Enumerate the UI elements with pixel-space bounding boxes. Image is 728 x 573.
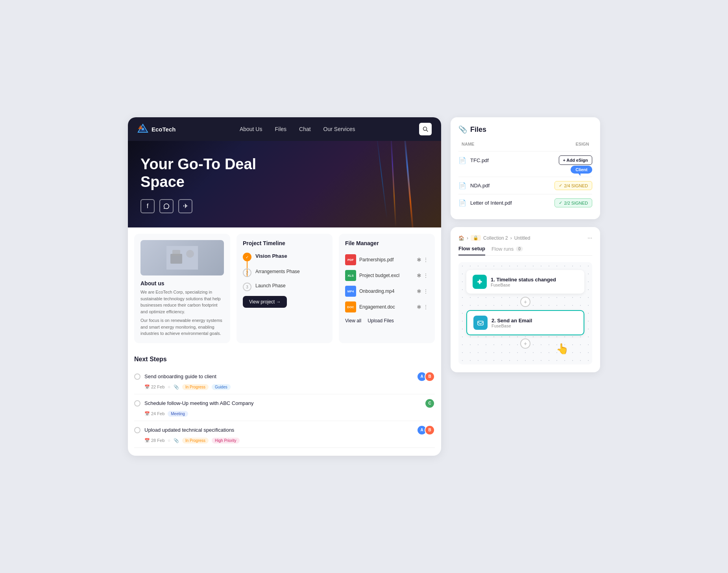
upload-files-link[interactable]: Upload Files: [368, 318, 394, 323]
whatsapp-icon[interactable]: [159, 199, 174, 213]
facebook-icon[interactable]: f: [140, 199, 155, 213]
nav-services[interactable]: Our Services: [323, 126, 355, 132]
breadcrumb-separator-1: ›: [467, 235, 468, 241]
timeline-card: Project Timeline Vision Phase 2 Arrangem…: [237, 234, 333, 343]
about-card: About us We are EcoTech Corp, specializi…: [134, 234, 230, 343]
flow-plus-2[interactable]: +: [520, 338, 530, 349]
task-row-3: Upload updated technical specifications …: [134, 425, 435, 435]
svg-rect-12: [478, 321, 483, 325]
timeline-dot-2: 2: [243, 268, 251, 277]
task-meta-1: 📅 22 Feb ○ 📎 In Progress Guides: [134, 384, 435, 390]
files-table-header: NAME ESIGN: [458, 140, 592, 148]
view-all-link[interactable]: View all: [345, 318, 361, 323]
timeline-label-3: Launch Phase: [255, 282, 286, 288]
flow-body: 1. Timeline status changed FuseBase + 2.…: [458, 262, 592, 364]
file-row-nda: 📄 NDA.pdf ✓ 2/4 SIGNED: [458, 177, 592, 194]
file-manager-card: File Manager PDF Partnerships.pdf ✱ ⋮ XL…: [339, 234, 435, 343]
task-item-1: Send onboarding guide to client A B 📅 22…: [134, 368, 435, 394]
file-doc-icon-1: 📄: [458, 157, 466, 164]
search-button[interactable]: [419, 123, 432, 135]
breadcrumb-separator-2: ›: [510, 235, 512, 241]
nav-files[interactable]: Files: [275, 126, 286, 132]
file-manager-title: File Manager: [345, 240, 429, 246]
paperclip-icon: 📎: [458, 125, 467, 134]
about-text2: Our focus is on renewable energy systems…: [140, 317, 224, 337]
about-title: About us: [140, 280, 224, 286]
about-image: [140, 240, 224, 275]
cursor-icon: 👆: [556, 343, 569, 355]
flow-node-title-1: 1. Timeline status changed: [491, 277, 578, 283]
col-name: NAME: [462, 142, 576, 146]
client-tooltip-wrapper: Client: [571, 166, 592, 173]
task-comment-icon-3: ○: [168, 438, 170, 443]
nav-chat[interactable]: Chat: [299, 126, 311, 132]
breadcrumb-untitled[interactable]: Untitled: [514, 235, 530, 241]
nav-about[interactable]: About Us: [240, 126, 262, 132]
tab-flow-setup[interactable]: Flow setup: [458, 246, 485, 255]
flow-node-sub-1: FuseBase: [491, 283, 578, 287]
flow-node-icon-1: [473, 275, 487, 289]
flow-node-1: 1. Timeline status changed FuseBase: [466, 270, 584, 294]
flow-plus-1[interactable]: +: [520, 297, 530, 307]
flow-node-icon-2: [473, 316, 488, 330]
task-checkbox-2[interactable]: [134, 400, 140, 407]
file-ext-mp4: MP4: [345, 286, 356, 297]
task-text-3: Upload updated technical specifications: [144, 427, 413, 433]
avatar-3b: B: [425, 425, 435, 435]
task-checkbox-1[interactable]: [134, 373, 140, 380]
file-actions-3[interactable]: ✱ ⋮: [417, 288, 429, 294]
hero-section: Your Go-To Deal Space f ✈: [128, 141, 441, 227]
telegram-icon[interactable]: ✈: [178, 199, 192, 213]
avatar-1b: B: [425, 372, 435, 382]
add-esign-button[interactable]: + Add eSign: [559, 155, 592, 165]
file-ext-xlsx: XLS: [345, 270, 356, 281]
task-item-2: Schedule follow-Up meeting with ABC Comp…: [134, 394, 435, 421]
file-actions-4[interactable]: ✱ ⋮: [417, 304, 429, 310]
nda-row-wrapper: Client 📄 NDA.pdf ✓ 2/4 SIGNED: [458, 177, 592, 194]
file-actions-1[interactable]: ✱ ⋮: [417, 257, 429, 263]
tab-flow-runs[interactable]: Flow runs 0: [491, 246, 523, 255]
timeline-item-3: 3 Launch Phase: [243, 282, 326, 291]
task-avatars-1: A B: [417, 372, 435, 382]
file-name-4: Engagement.doc: [359, 304, 414, 310]
svg-rect-11: [479, 279, 480, 284]
task-row-1: Send onboarding guide to client A B: [134, 372, 435, 382]
flow-node-sub-2: FuseBase: [491, 323, 577, 328]
file-item-3: MP4 Onboarding.mp4 ✱ ⋮: [345, 283, 429, 299]
task-badge-guides-1[interactable]: Guides: [212, 384, 231, 390]
svg-line-5: [427, 130, 428, 132]
flow-more-icon[interactable]: ⋯: [588, 235, 592, 241]
next-steps-title: Next Steps: [134, 356, 435, 363]
flow-tabs: Flow setup Flow runs 0: [458, 246, 592, 256]
file-doc-icon-2: 📄: [458, 182, 466, 189]
file-loi-name: Letter of Intent.pdf: [470, 200, 551, 206]
task-attach-icon-3: 📎: [174, 438, 179, 443]
next-steps-section: Next Steps Send onboarding guide to clie…: [128, 349, 441, 456]
task-item-3: Upload updated technical specifications …: [134, 421, 435, 448]
task-meta-2: 📅 24 Feb Meeting: [134, 411, 435, 417]
breadcrumb-collection[interactable]: Collection 2: [483, 235, 508, 241]
file-name-2: Project budget.excl: [359, 273, 414, 278]
breadcrumb-home-icon[interactable]: 🏠: [458, 235, 464, 241]
task-checkbox-3[interactable]: [134, 427, 140, 433]
flow-node-text-2: 2. Send an Email FuseBase: [491, 318, 577, 328]
task-badge-progress-1[interactable]: In Progress: [182, 384, 209, 390]
timeline-dot-done: [243, 253, 251, 261]
task-avatars-3: A B: [417, 425, 435, 435]
task-badge-progress-3[interactable]: In Progress: [182, 438, 209, 444]
task-attach-icon-1: 📎: [174, 384, 179, 390]
logo[interactable]: EcoTech: [137, 124, 176, 135]
view-project-button[interactable]: View project →: [243, 296, 287, 308]
file-item-2: XLS Project budget.excl ✱ ⋮: [345, 268, 429, 283]
file-item-4: DOC Engagement.doc ✱ ⋮: [345, 299, 429, 315]
social-icons: f ✈: [140, 199, 429, 213]
right-panel: 📎 Files NAME ESIGN 📄 TFC.pdf + Add eSign…: [451, 117, 600, 372]
flow-node-text-1: 1. Timeline status changed FuseBase: [491, 277, 578, 287]
timeline-item-1: Vision Phase: [243, 252, 326, 261]
avatar-2a: C: [425, 398, 435, 408]
main-container: EcoTech About Us Files Chat Our Services…: [128, 117, 600, 456]
client-tooltip: Client: [571, 166, 592, 174]
task-badge-meeting[interactable]: Meeting: [168, 411, 188, 417]
task-badge-high[interactable]: High Priority: [212, 438, 239, 444]
file-actions-2[interactable]: ✱ ⋮: [417, 272, 429, 279]
